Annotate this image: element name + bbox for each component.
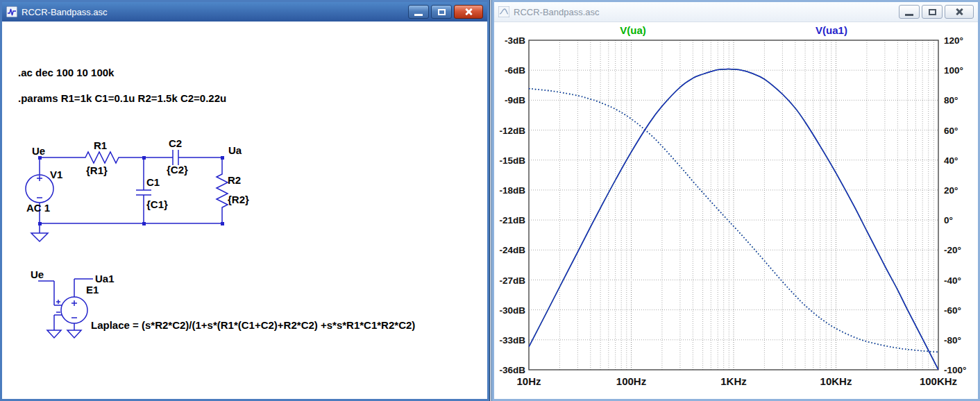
- y-left-tick-label: -3dB: [505, 35, 525, 46]
- y-left-tick-label: -36dB: [499, 365, 525, 375]
- y-right-tick-label: 0°: [944, 215, 953, 225]
- y-left-tick-label: -15dB: [499, 155, 525, 166]
- resistor-R1-body[interactable]: [82, 152, 122, 163]
- node-junction: [142, 222, 146, 225]
- ground-symbol[interactable]: [47, 330, 61, 338]
- y-left-tick-label: -12dB: [499, 126, 525, 136]
- ltspice-schematic-icon[interactable]: [6, 6, 17, 17]
- value-r2[interactable]: {R2}: [228, 194, 249, 205]
- maximize-icon: [438, 9, 446, 15]
- capacitor-C2-body[interactable]: [173, 150, 178, 165]
- ground-symbol[interactable]: [67, 330, 81, 338]
- waveform-titlebar[interactable]: RCCR-Bandpass.asc: [494, 2, 978, 22]
- window-title: RCCR-Bandpass.asc: [514, 7, 600, 17]
- node-junction: [38, 222, 42, 225]
- x-tick-label: 100Hz: [616, 375, 646, 387]
- window-title: RCCR-Bandpass.asc: [22, 7, 108, 17]
- waveform-plot[interactable]: -3dB-6dB-9dB-12dB-15dB-18dB-21dB-24dB-27…: [494, 22, 978, 399]
- y-left-tick-label: -30dB: [499, 305, 525, 316]
- ground-symbol[interactable]: [31, 233, 48, 241]
- label-c2[interactable]: C2: [169, 137, 182, 149]
- label-r1[interactable]: R1: [94, 139, 107, 151]
- y-left-tick-label: -24dB: [499, 245, 525, 255]
- schematic-canvas[interactable]: .ac dec 100 10 100k .params R1=1k C1=0.1…: [2, 22, 487, 399]
- waveform-content: -3dB-6dB-9dB-12dB-15dB-18dB-21dB-24dB-27…: [494, 22, 978, 399]
- circuit-main: Ue Ua V1 AC 1 R1 {R1} C2 {C2} C1 {C1} R2…: [26, 137, 249, 241]
- close-button[interactable]: [454, 5, 483, 19]
- node-junction: [142, 156, 146, 160]
- value-c2[interactable]: {C2}: [167, 164, 188, 176]
- y-right-tick-label: -20°: [944, 245, 961, 255]
- y-right-tick-label: -100°: [944, 365, 966, 375]
- y-right-tick-label: -60°: [944, 305, 961, 316]
- window-controls: [899, 5, 974, 19]
- net-label-ue[interactable]: Ue: [32, 145, 45, 157]
- label-e1[interactable]: E1: [86, 284, 99, 296]
- minimize-icon: [414, 14, 423, 16]
- node-junction: [221, 222, 224, 225]
- close-icon: [464, 7, 473, 17]
- schematic-content: .ac dec 100 10 100k .params R1=1k C1=0.1…: [2, 22, 487, 399]
- x-tick-label: 100KHz: [920, 375, 957, 387]
- value-r1[interactable]: {R1}: [86, 164, 108, 176]
- maximize-button[interactable]: [431, 5, 452, 19]
- y-right-tick-label: 20°: [944, 185, 958, 196]
- wire-segments: [38, 279, 93, 330]
- spice-directive-params[interactable]: .params R1=1k C1=0.1u R2=1.5k C2=0.22u: [18, 92, 226, 104]
- y-right-tick-label: 80°: [944, 95, 958, 105]
- minimize-button[interactable]: [899, 5, 920, 19]
- e1-plus-icon: [71, 300, 77, 306]
- e1-control-plus-icon: [56, 300, 60, 304]
- legend-V(ua)[interactable]: V(ua): [620, 24, 646, 36]
- v1-plus-icon: [37, 176, 42, 181]
- capacitor-C1-body[interactable]: [136, 190, 151, 195]
- node-junction: [221, 156, 224, 160]
- net-label-ue2[interactable]: Ue: [31, 268, 44, 280]
- net-label-ua[interactable]: Ua: [228, 144, 242, 156]
- window-controls: [408, 5, 483, 19]
- y-left-tick-label: -18dB: [499, 185, 525, 196]
- circuit-laplace: Ue Ua1 E1 Laplace = (s*R2*C2)/(1+s*(R1*(…: [31, 268, 415, 338]
- value-v1[interactable]: AC 1: [26, 202, 50, 214]
- maximize-button[interactable]: [922, 5, 943, 19]
- legend-V(ua1)[interactable]: V(ua1): [816, 24, 847, 36]
- x-tick-label: 1KHz: [720, 375, 747, 387]
- label-r2[interactable]: R2: [228, 174, 241, 186]
- y-right-tick-label: 100°: [944, 65, 963, 76]
- x-tick-label: 10Hz: [516, 375, 541, 387]
- schematic-titlebar[interactable]: RCCR-Bandpass.asc: [2, 2, 487, 22]
- resistor-R2-body[interactable]: [217, 171, 228, 210]
- y-left-tick-label: -27dB: [499, 275, 525, 286]
- y-right-tick-label: -40°: [944, 275, 961, 286]
- schematic-window: RCCR-Bandpass.asc .ac dec 100 10 100k .p…: [0, 0, 489, 401]
- maximize-icon: [929, 9, 936, 15]
- y-right-tick-label: -80°: [944, 335, 961, 345]
- close-button[interactable]: [945, 5, 974, 19]
- y-left-tick-label: -6dB: [505, 65, 525, 76]
- close-icon: [954, 7, 964, 17]
- net-label-ua1[interactable]: Ua1: [95, 273, 115, 284]
- y-right-tick-label: 60°: [944, 126, 958, 136]
- y-right-tick-label: 40°: [944, 155, 958, 166]
- y-left-tick-label: -21dB: [499, 215, 525, 225]
- minimize-icon: [905, 14, 913, 16]
- y-right-tick-label: 120°: [944, 35, 963, 46]
- label-v1[interactable]: V1: [50, 169, 62, 180]
- label-c1[interactable]: C1: [146, 176, 160, 188]
- y-left-tick-label: -33dB: [499, 335, 525, 345]
- y-left-tick-label: -9dB: [505, 95, 525, 105]
- spice-directive-ac[interactable]: .ac dec 100 10 100k: [18, 67, 115, 78]
- waveform-window: RCCR-Bandpass.asc -3dB-6dB-9dB-12dB-15dB…: [492, 0, 980, 401]
- x-tick-label: 10KHz: [820, 375, 852, 387]
- minimize-button[interactable]: [408, 5, 429, 19]
- value-e1-laplace[interactable]: Laplace = (s*R2*C2)/(1+s*(R1*(C1+C2)+R2*…: [91, 319, 415, 331]
- wire-segments: [40, 157, 222, 233]
- ltspice-waveform-icon[interactable]: [498, 6, 509, 17]
- value-c1[interactable]: {C1}: [146, 198, 168, 210]
